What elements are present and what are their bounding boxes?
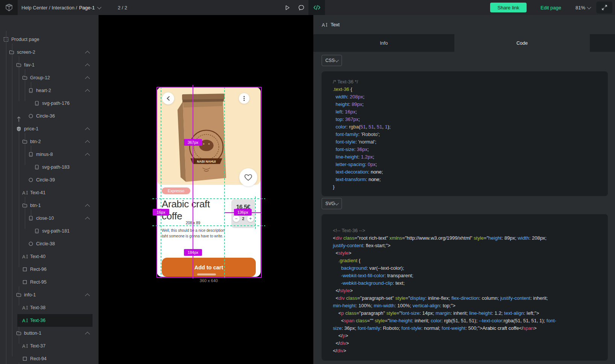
share-link-button[interactable]: Share link bbox=[490, 3, 527, 12]
svg-select-value: SVG bbox=[325, 201, 335, 206]
file-layer-icon bbox=[34, 165, 40, 170]
file-layer-icon bbox=[34, 228, 40, 234]
canvas: NABI NAHUI Expresso Arabic craft coffe W… bbox=[99, 15, 313, 364]
zoom-chevron-icon bbox=[587, 5, 591, 9]
layer-label: Group-12 bbox=[30, 75, 50, 80]
layer-row-Circle-36[interactable]: Circle-36 bbox=[0, 110, 93, 122]
layer-row-Circle-39[interactable]: Circle-39 bbox=[0, 174, 93, 186]
code-line: /* Text-36 */ bbox=[333, 78, 608, 86]
layer-row-Group-12[interactable]: Group-12 bbox=[0, 71, 93, 84]
circle-layer-icon bbox=[28, 113, 34, 119]
layer-row-minus-8[interactable]: minus-8 bbox=[0, 148, 93, 161]
code-line: justify-content: flex-start;"> bbox=[333, 242, 608, 249]
breadcrumb-page: Page-1 bbox=[79, 5, 95, 11]
css-select-chevron-icon bbox=[334, 58, 339, 62]
layer-row-Text-36[interactable]: AText-36 bbox=[0, 314, 93, 327]
code-line: -webkit-background-clip: text; bbox=[333, 279, 608, 287]
play-button[interactable] bbox=[282, 0, 292, 15]
layer-row-Rect-96[interactable]: Rect-96 bbox=[0, 263, 93, 276]
layer-row-Text-41[interactable]: AText-41 bbox=[0, 186, 93, 199]
layer-row-svg-path-183[interactable]: svg-path-183 bbox=[0, 161, 93, 174]
layer-label: Text-41 bbox=[30, 190, 46, 195]
layer-row-Circle-38[interactable]: Circle-38 bbox=[0, 237, 93, 250]
code-line: <span class="" style="line-height: inher… bbox=[333, 317, 608, 325]
collapse-chevron-icon[interactable] bbox=[85, 140, 90, 145]
shield-layer-icon bbox=[16, 126, 22, 131]
play-icon bbox=[284, 5, 290, 11]
interaction-arrow-icon bbox=[17, 116, 21, 124]
measure-badge-top: 367px bbox=[184, 139, 202, 146]
layer-row-Rect-95[interactable]: Rect-95 bbox=[0, 276, 93, 288]
layer-row-screen-2[interactable]: screen-2 bbox=[0, 46, 93, 59]
rect-layer-icon bbox=[22, 279, 28, 285]
svg-select-chevron-icon bbox=[334, 201, 339, 205]
svg-text:A: A bbox=[22, 318, 26, 323]
frame-size-label: 360 x 640 bbox=[157, 278, 261, 283]
tab-code[interactable]: Code bbox=[454, 34, 590, 52]
file-layer-icon bbox=[28, 88, 34, 93]
svg-language-select[interactable]: SVG bbox=[322, 198, 342, 209]
collapse-chevron-icon[interactable] bbox=[85, 332, 90, 337]
layer-row-btn-1[interactable]: btn-1 bbox=[0, 199, 93, 212]
comment-button[interactable] bbox=[296, 0, 306, 15]
page-dropdown-chevron-icon[interactable] bbox=[97, 5, 101, 9]
layer-row-Product page[interactable]: Product page bbox=[0, 33, 93, 46]
code-line: width: 208px; bbox=[333, 93, 608, 101]
layer-row-Text-38[interactable]: AText-38 bbox=[0, 301, 93, 314]
edit-page-link[interactable]: Edit page bbox=[541, 0, 561, 15]
selection-size-label: 208 x 89 bbox=[186, 221, 200, 225]
collapse-chevron-icon[interactable] bbox=[85, 217, 90, 222]
layer-label: Rect-95 bbox=[30, 279, 47, 285]
layer-row-Text-40[interactable]: AText-40 bbox=[0, 250, 93, 263]
collapse-chevron-icon[interactable] bbox=[85, 204, 90, 209]
text-layer-icon: A bbox=[22, 305, 28, 310]
layer-label: btn-1 bbox=[30, 203, 41, 208]
code-line: top: 367px; bbox=[333, 116, 608, 123]
measure-badge-right: 136px bbox=[234, 209, 252, 216]
layer-label: Text-37 bbox=[30, 343, 46, 349]
layer-row-Rect-94[interactable]: Rect-94 bbox=[0, 352, 93, 364]
code-line: font-style: 'normal'; bbox=[333, 138, 608, 146]
zoom-select[interactable]: 81% bbox=[576, 0, 591, 15]
svg-text:A: A bbox=[22, 305, 26, 311]
layer-row-fav-1[interactable]: fav-1 bbox=[0, 59, 93, 71]
collapse-chevron-icon[interactable] bbox=[85, 76, 90, 81]
layer-row-Text-37[interactable]: AText-37 bbox=[0, 340, 93, 352]
logo-icon bbox=[5, 3, 14, 12]
svg-code-block: <!-- Text-36 --><div class="root rich-te… bbox=[322, 214, 608, 361]
code-line: size: 36px; font-family: Roboto; font-st… bbox=[333, 325, 608, 332]
collapse-chevron-icon[interactable] bbox=[85, 293, 90, 298]
layer-label: Circle-36 bbox=[36, 113, 55, 119]
layer-row-info-1[interactable]: info-1 bbox=[0, 288, 93, 301]
folder-layer-icon bbox=[22, 139, 28, 144]
layer-row-svg-path-176[interactable]: svg-path-176 bbox=[0, 97, 93, 110]
layer-row-button-1[interactable]: button-1 bbox=[0, 327, 93, 340]
collapse-chevron-icon[interactable] bbox=[85, 89, 90, 94]
layer-row-heart-2[interactable]: heart-2 bbox=[0, 84, 93, 97]
file-layer-icon bbox=[34, 101, 40, 106]
layer-row-price-1[interactable]: price-1 bbox=[0, 122, 93, 135]
code-line: left: 16px; bbox=[333, 108, 608, 116]
app-logo[interactable] bbox=[0, 0, 18, 15]
css-language-select[interactable]: CSS bbox=[322, 55, 342, 66]
measure-badge-bottom: 184px bbox=[184, 249, 202, 256]
circle-layer-icon bbox=[28, 177, 34, 183]
code-line: <style> bbox=[333, 249, 608, 257]
selected-row-highlight bbox=[17, 314, 93, 327]
layer-label: Circle-39 bbox=[36, 177, 55, 183]
layer-row-btn-2[interactable]: btn-2 bbox=[0, 135, 93, 148]
collapse-chevron-icon[interactable] bbox=[85, 63, 90, 68]
collapse-chevron-icon[interactable] bbox=[85, 51, 90, 56]
layer-label: heart-2 bbox=[36, 88, 51, 93]
collapse-chevron-icon[interactable] bbox=[85, 153, 90, 158]
breadcrumb[interactable]: Help Center / Interaction / Page-1 bbox=[21, 0, 101, 15]
text-layer-icon: A bbox=[22, 343, 28, 349]
layer-row-close-10[interactable]: close-10 bbox=[0, 212, 93, 225]
fullscreen-button[interactable] bbox=[596, 2, 612, 14]
layer-tree: Product pagescreen-2fav-1Group-12heart-2… bbox=[0, 15, 93, 364]
code-mode-button[interactable] bbox=[308, 0, 325, 15]
layer-row-svg-path-181[interactable]: svg-path-181 bbox=[0, 225, 93, 237]
comment-icon bbox=[298, 4, 305, 11]
tab-info[interactable]: Info bbox=[313, 34, 454, 52]
collapse-chevron-icon[interactable] bbox=[85, 127, 90, 132]
